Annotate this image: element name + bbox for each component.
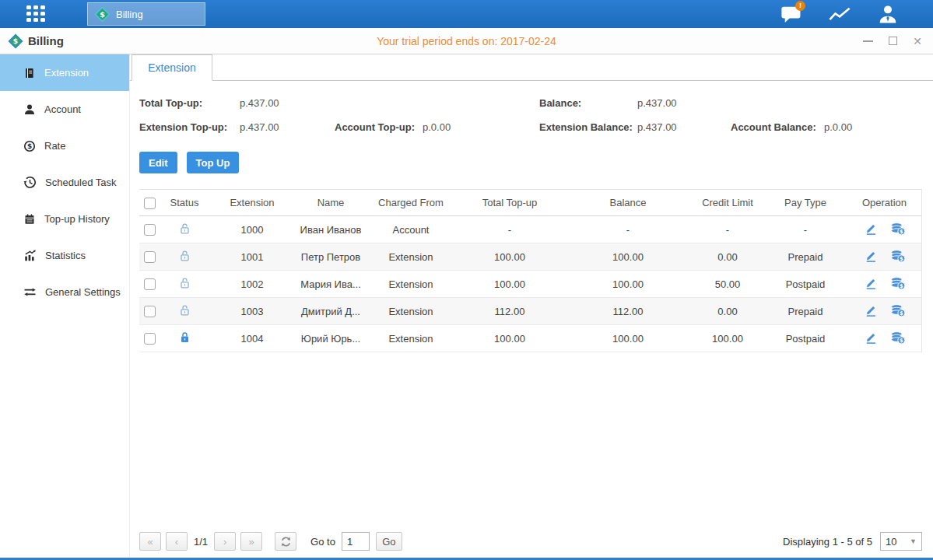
- balance-cell: -: [564, 216, 692, 243]
- svg-text:$: $: [899, 338, 903, 344]
- close-button[interactable]: ✕: [913, 36, 922, 47]
- extension-cell: 1001: [209, 243, 295, 271]
- table-row[interactable]: 1003Дмитрий Д...Extension112.00112.000.0…: [139, 298, 921, 325]
- unlocked-icon: [178, 303, 191, 317]
- topbar-tab-billing[interactable]: $ Billing: [87, 2, 205, 26]
- row-edit-button[interactable]: [864, 331, 878, 345]
- edit-pencil-icon: [864, 249, 878, 263]
- tab-extension[interactable]: Extension: [132, 54, 212, 81]
- sidebar-item-scheduled-task[interactable]: Scheduled Task: [0, 164, 129, 201]
- table-row[interactable]: 1004Юрий Юрь...Extension100.00100.00100.…: [139, 325, 921, 352]
- svg-text:$: $: [899, 283, 903, 289]
- col-total-topup[interactable]: Total Top-up: [455, 190, 564, 216]
- credit-limit-cell: 0.00: [692, 298, 763, 325]
- row-checkbox[interactable]: [144, 278, 156, 290]
- extension-topup-label: Extension Top-up:: [139, 121, 240, 133]
- topup-button[interactable]: Top Up: [187, 152, 240, 173]
- sidebar-item-label: Rate: [44, 140, 65, 152]
- name-cell: Юрий Юрь...: [295, 325, 367, 352]
- extension-cell: 1002: [209, 271, 295, 298]
- page-indicator: 1/1: [194, 536, 208, 548]
- total-topup-value: p.437.00: [240, 97, 279, 109]
- name-cell: Мария Ива...: [295, 271, 367, 298]
- col-name[interactable]: Name: [295, 190, 367, 216]
- person-icon: [23, 103, 36, 116]
- row-topup-button[interactable]: $: [890, 249, 906, 263]
- row-edit-button[interactable]: [864, 276, 878, 290]
- row-topup-button[interactable]: $: [890, 303, 906, 317]
- svg-text:$: $: [899, 256, 903, 262]
- page-size-select[interactable]: 10 ▼: [880, 532, 922, 551]
- row-edit-button[interactable]: [864, 303, 878, 317]
- row-topup-button[interactable]: $: [890, 276, 906, 290]
- col-extension[interactable]: Extension: [209, 190, 295, 216]
- minimize-button[interactable]: [863, 40, 873, 42]
- pay-type-cell: -: [763, 216, 847, 243]
- svg-text:$: $: [100, 10, 105, 19]
- account-topup-value: p.0.00: [423, 121, 451, 133]
- col-charged-from[interactable]: Charged From: [367, 190, 455, 216]
- prev-page-button[interactable]: ‹: [166, 532, 188, 551]
- row-checkbox[interactable]: [144, 251, 156, 263]
- edit-button[interactable]: Edit: [139, 152, 177, 173]
- goto-page-input[interactable]: [342, 532, 370, 551]
- row-edit-button[interactable]: [864, 222, 878, 236]
- sidebar-item-general-settings[interactable]: General Settings: [0, 274, 129, 310]
- maximize-button[interactable]: [889, 37, 897, 45]
- extension-balance-value: p.437.00: [637, 121, 731, 133]
- refresh-button[interactable]: [275, 532, 296, 551]
- col-status[interactable]: Status: [160, 190, 209, 216]
- charged-from-cell: Extension: [367, 243, 455, 271]
- row-topup-button[interactable]: $: [890, 222, 906, 236]
- sidebar-item-topup-history[interactable]: Top-up History: [0, 201, 129, 237]
- edit-pencil-icon: [864, 222, 878, 236]
- sidebar-item-account[interactable]: Account: [0, 91, 129, 128]
- first-page-button[interactable]: «: [139, 532, 161, 551]
- row-checkbox[interactable]: [144, 306, 156, 317]
- last-page-button[interactable]: »: [240, 532, 262, 551]
- pay-type-cell: Prepaid: [763, 243, 847, 271]
- extension-table-body: 1000Иван ИвановAccount----$1001Петр Петр…: [139, 216, 921, 352]
- balance-value: p.437.00: [637, 97, 677, 109]
- name-cell: Дмитрий Д...: [295, 298, 367, 325]
- sidebar-item-rate[interactable]: $ Rate: [0, 128, 129, 164]
- sidebar-item-extension[interactable]: Extension: [0, 54, 129, 91]
- select-all-checkbox[interactable]: [144, 198, 156, 209]
- extension-cell: 1004: [209, 325, 295, 352]
- edit-pencil-icon: [864, 303, 878, 317]
- name-cell: Петр Петров: [295, 243, 367, 271]
- balance-cell: 112.00: [564, 298, 692, 325]
- next-page-button[interactable]: ›: [214, 532, 236, 551]
- credit-limit-cell: 0.00: [692, 243, 763, 271]
- refresh-icon: [280, 536, 292, 548]
- table-row[interactable]: 1000Иван ИвановAccount----$: [139, 216, 921, 243]
- credit-limit-cell: 100.00: [692, 325, 763, 352]
- table-row[interactable]: 1002Мария Ива...Extension100.00100.0050.…: [139, 271, 921, 298]
- credit-limit-cell: -: [692, 216, 763, 243]
- col-pay-type[interactable]: Pay Type: [763, 190, 847, 216]
- go-button[interactable]: Go: [376, 532, 402, 551]
- row-topup-button[interactable]: $: [890, 331, 906, 345]
- extension-content: Total Top-up: p.437.00 Extension Top-up:…: [130, 81, 933, 558]
- charged-from-cell: Extension: [367, 271, 455, 298]
- col-operation[interactable]: Operation: [847, 190, 921, 216]
- user-account-icon[interactable]: [875, 4, 900, 24]
- notifications-icon[interactable]: !: [779, 4, 804, 24]
- reports-chart-icon[interactable]: [827, 4, 852, 24]
- row-checkbox[interactable]: [144, 224, 156, 236]
- sidebar-item-label: Statistics: [45, 250, 86, 261]
- total-topup-cell: 100.00: [455, 325, 564, 352]
- row-edit-button[interactable]: [864, 249, 878, 263]
- topbar-tab-label: Billing: [116, 9, 143, 20]
- col-balance[interactable]: Balance: [564, 190, 692, 216]
- col-credit-limit[interactable]: Credit Limit: [692, 190, 763, 216]
- sidebar-item-statistics[interactable]: Statistics: [0, 237, 129, 274]
- table-header-row: Status Extension Name Charged From Total…: [139, 190, 921, 216]
- notification-badge: !: [795, 1, 805, 11]
- pagination-bar: « ‹ 1/1 › » Go to Go Displaying: [139, 531, 922, 551]
- pay-type-cell: Postpaid: [763, 271, 847, 298]
- sidebar-item-label: Top-up History: [44, 213, 110, 225]
- table-row[interactable]: 1001Петр ПетровExtension100.00100.000.00…: [139, 243, 921, 271]
- app-grid-icon[interactable]: [26, 5, 54, 23]
- row-checkbox[interactable]: [144, 333, 156, 345]
